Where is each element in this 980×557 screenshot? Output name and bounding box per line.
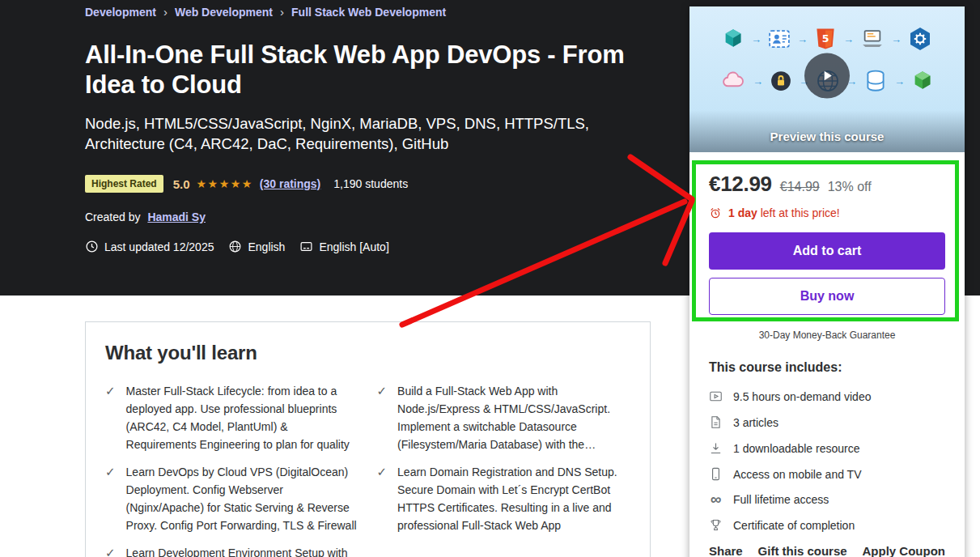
- learn-item: ✓ Learn Domain Registration and DNS Setu…: [377, 463, 631, 534]
- language-item: English: [228, 240, 285, 253]
- current-price: €12.99: [709, 172, 772, 197]
- created-by-label: Created by: [85, 210, 140, 223]
- mobile-tv-icon: [709, 467, 723, 481]
- course-title: All-In-One Full Stack Web App DevOps - F…: [85, 40, 643, 100]
- what-youll-learn-title: What you'll learn: [105, 342, 630, 364]
- include-item-text: Certificate of completion: [733, 519, 855, 532]
- check-icon: ✓: [105, 463, 116, 481]
- preview-course-label: Preview this course: [689, 130, 965, 143]
- flow-arrow-icon: →: [797, 33, 808, 45]
- what-youll-learn-section: What you'll learn ✓ Master Full-Stack Li…: [85, 321, 651, 557]
- learn-item: ✓ Learn Development Environment Setup wi…: [105, 544, 359, 557]
- include-item-text: 1 downloadable resource: [733, 442, 859, 455]
- database-icon: [863, 68, 889, 94]
- students-count: 1,190 students: [333, 177, 408, 190]
- learn-item-text: Build a Full-Stack Web App with Node.js/…: [397, 382, 630, 453]
- course-includes-title: This course includes:: [709, 360, 945, 375]
- html5-icon: 5: [813, 27, 838, 51]
- alarm-clock-icon: [709, 206, 722, 219]
- price-row: €12.99 €14.99 13% off: [709, 172, 945, 197]
- cloud-icon: [719, 69, 747, 93]
- green-cube-icon: [910, 69, 935, 93]
- star-rating-icon: ★★★★★: [197, 177, 253, 190]
- learn-item-text: Learn Domain Registration and DNS Setup.…: [397, 463, 630, 534]
- language-globe-icon: [228, 240, 242, 253]
- learn-items-grid: ✓ Master Full-Stack Lifecycle: from idea…: [105, 382, 630, 557]
- sale-countdown-text: 1 day left at this price!: [728, 206, 840, 219]
- video-player-icon: [709, 389, 723, 403]
- gear-hexagon-icon: [907, 26, 933, 52]
- apply-coupon-link[interactable]: Apply Coupon: [863, 544, 945, 557]
- language-text: English: [248, 240, 285, 253]
- learn-item-text: Learn DevOps by Cloud VPS (DigitalOcean)…: [126, 463, 359, 534]
- laptop-icon: [859, 27, 885, 51]
- include-item: Access on mobile and TV: [709, 467, 945, 481]
- share-link[interactable]: Share: [709, 544, 743, 557]
- rating-value: 5.0: [173, 177, 190, 191]
- check-icon: ✓: [105, 544, 116, 557]
- check-icon: ✓: [105, 382, 116, 400]
- course-landing-page: Development › Web Development › Full Sta…: [0, 0, 980, 557]
- play-button[interactable]: [804, 53, 850, 99]
- captions-item: English [Auto]: [299, 240, 388, 253]
- gift-this-course-link[interactable]: Gift this course: [758, 544, 847, 557]
- card-footer-links: Share Gift this course Apply Coupon: [709, 544, 945, 557]
- course-subtitle: Node.js, HTML5/CSS/JavaScript, NginX, Ma…: [85, 113, 655, 154]
- download-icon: [709, 441, 723, 455]
- highest-rated-badge: Highest Rated: [85, 175, 163, 193]
- discount-percent: 13% off: [828, 180, 872, 194]
- thumbnail-icon-row: → → 5 → →: [689, 26, 965, 52]
- purchase-sidebar: → → 5 → → → → → →: [689, 6, 965, 557]
- article-icon: [709, 415, 723, 429]
- play-icon: [819, 68, 835, 84]
- add-to-cart-button[interactable]: Add to cart: [709, 232, 945, 270]
- instructor-link[interactable]: Hamadi Sy: [147, 210, 206, 223]
- include-item: Certificate of completion: [709, 518, 945, 532]
- breadcrumb-link-web-development[interactable]: Web Development: [175, 6, 273, 19]
- include-item-text: 3 articles: [733, 416, 778, 429]
- flow-arrow-icon: →: [843, 33, 854, 45]
- breadcrumb-link-full-stack-web-development[interactable]: Full Stack Web Development: [291, 6, 446, 19]
- learn-item: ✓ Build a Full-Stack Web App with Node.j…: [377, 382, 631, 453]
- include-item: ∞ Full lifetime access: [709, 493, 945, 506]
- include-item: 3 articles: [709, 415, 945, 429]
- include-item-text: Full lifetime access: [733, 493, 829, 506]
- chevron-right-icon: ›: [163, 5, 168, 19]
- original-price: €14.99: [780, 180, 820, 194]
- last-updated-item: Last updated 12/2025: [85, 240, 214, 253]
- last-updated-text: Last updated 12/2025: [104, 240, 214, 253]
- course-includes-list: 9.5 hours on-demand video 3 articles 1 d…: [709, 389, 945, 532]
- flow-arrow-icon: →: [891, 33, 902, 45]
- breadcrumb-link-development[interactable]: Development: [85, 6, 156, 19]
- svg-text:5: 5: [822, 32, 829, 45]
- learn-item: ✓ Master Full-Stack Lifecycle: from idea…: [105, 382, 359, 453]
- course-preview-thumbnail[interactable]: → → 5 → → → → → →: [689, 6, 965, 152]
- last-updated-icon: [85, 240, 99, 253]
- chevron-right-icon: ›: [280, 5, 284, 19]
- flow-arrow-icon: →: [751, 33, 762, 45]
- include-item-text: 9.5 hours on-demand video: [733, 390, 871, 403]
- captions-text: English [Auto]: [319, 240, 388, 253]
- flow-arrow-icon: →: [894, 75, 905, 87]
- learn-item-text: Learn Development Environment Setup with: [126, 544, 348, 557]
- include-item-text: Access on mobile and TV: [733, 468, 862, 481]
- learn-item: ✓ Learn DevOps by Cloud VPS (DigitalOcea…: [105, 463, 359, 534]
- infinity-icon: ∞: [709, 493, 723, 506]
- cube-monitor-icon: [721, 27, 745, 51]
- trophy-icon: [709, 518, 723, 532]
- learn-item-text: Master Full-Stack Lifecycle: from idea t…: [126, 382, 359, 453]
- purchase-panel: €12.99 €14.99 13% off 1 day left at this…: [689, 152, 965, 557]
- flow-arrow-icon: →: [753, 75, 763, 87]
- requirements-person-icon: [767, 27, 791, 51]
- captions-icon: [299, 240, 313, 253]
- buy-now-button[interactable]: Buy now: [709, 278, 945, 315]
- include-item: 1 downloadable resource: [709, 441, 945, 455]
- ratings-count-link[interactable]: (30 ratings): [260, 177, 320, 190]
- security-lock-icon: [769, 69, 793, 93]
- include-item: 9.5 hours on-demand video: [709, 389, 945, 403]
- check-icon: ✓: [377, 382, 388, 400]
- sale-countdown: 1 day left at this price!: [709, 206, 945, 219]
- check-icon: ✓: [377, 463, 388, 481]
- money-back-guarantee: 30-Day Money-Back Guarantee: [709, 330, 945, 341]
